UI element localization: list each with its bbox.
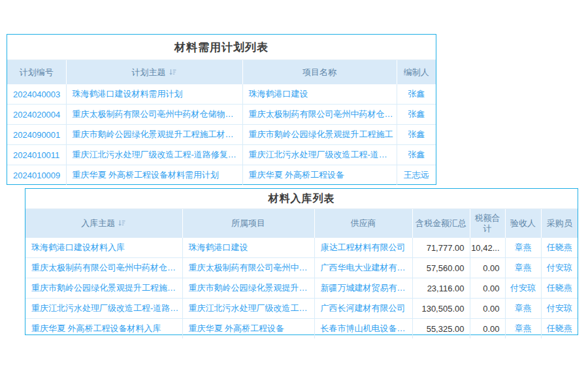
inbound-col-supplier-label: 供应商 bbox=[351, 218, 376, 228]
sort-icon[interactable] bbox=[118, 219, 126, 227]
inbound-col-supplier: 供应商 bbox=[314, 209, 412, 238]
inbound-col-project-label: 所属项目 bbox=[231, 218, 265, 228]
plan-author-link[interactable]: 张鑫 bbox=[397, 145, 436, 165]
inbound-supplier-link[interactable]: 新疆万城建材贸易有限公司 bbox=[314, 278, 412, 299]
table-row: 重庆市鹅岭公园绿化景观提升工程施工材料入库 重庆市鹅岭公园绿化景观提升工程施工 … bbox=[25, 278, 578, 299]
table-row: 珠海鹤港口建设材料入库 珠海鹤港口建设 康达工程材料有限公司 71,777.00… bbox=[25, 238, 578, 258]
inbound-project-link[interactable]: 重庆市鹅岭公园绿化景观提升工程施工 bbox=[182, 278, 314, 299]
inbound-inspector-link[interactable]: 付安琼 bbox=[505, 278, 541, 299]
inbound-purchaser-link[interactable]: 任晓燕 bbox=[541, 238, 578, 258]
inbound-subject-link[interactable]: 重庆江北污水处理厂级改造工程-道路修复工程... bbox=[25, 299, 182, 319]
inbound-subject-link[interactable]: 重庆太极制药有限公司亳州中药材仓储物流基... bbox=[25, 258, 182, 278]
plan-subject-link[interactable]: 珠海鹤港口建设材料需用计划 bbox=[66, 84, 242, 105]
inbound-purchaser-link[interactable]: 付安琼 bbox=[541, 258, 578, 278]
table-row: 重庆太极制药有限公司亳州中药材仓储物流基... 重庆太极制药有限公司亳州中药材仓… bbox=[25, 258, 578, 278]
inbound-project-link[interactable]: 重庆江北污水处理厂级改造工程-道路... bbox=[182, 299, 314, 319]
plan-col-project-label: 项目名称 bbox=[302, 67, 336, 77]
inbound-amount-value: 57,560.00 bbox=[412, 258, 470, 278]
inbound-col-purchaser-label: 采购员 bbox=[547, 218, 572, 228]
inbound-inspector-link[interactable]: 章燕 bbox=[505, 299, 541, 319]
inbound-col-amount: 含税金额汇总 bbox=[412, 209, 470, 238]
inbound-purchaser-link[interactable]: 任晓燕 bbox=[541, 278, 578, 299]
inbound-supplier-link[interactable]: 广西长河建材有限公司 bbox=[314, 299, 412, 319]
inbound-amount-value: 23,116.00 bbox=[412, 278, 470, 299]
inbound-purchaser-link[interactable]: 付安琼 bbox=[541, 299, 578, 319]
inbound-tax-value: 0.00 bbox=[470, 258, 505, 278]
plan-col-subject[interactable]: 计划主题 bbox=[66, 60, 242, 84]
inbound-col-inspector: 验收人 bbox=[505, 209, 541, 238]
inbound-supplier-link[interactable]: 广西华电大业建材有限公司 bbox=[314, 258, 412, 278]
inbound-col-purchaser: 采购员 bbox=[541, 209, 578, 238]
inbound-amount-value: 71,777.00 bbox=[412, 238, 470, 258]
plan-author-link[interactable]: 张鑫 bbox=[397, 84, 436, 105]
plan-table-title: 材料需用计划列表 bbox=[7, 35, 436, 60]
inbound-table-title: 材料入库列表 bbox=[25, 189, 578, 209]
material-inbound-table: 材料入库列表 入库主题 所属项目 供应商 含税金额汇总 税额合计 验收人 采购员… bbox=[25, 188, 578, 335]
inbound-tax-value: 0.00 bbox=[470, 278, 505, 299]
plan-no-link[interactable]: 2024010011 bbox=[7, 145, 66, 165]
plan-author-link[interactable]: 张鑫 bbox=[397, 125, 436, 145]
table-row: 重庆江北污水处理厂级改造工程-道路修复工程... 重庆江北污水处理厂级改造工程-… bbox=[25, 299, 578, 319]
inbound-inspector-link[interactable]: 章燕 bbox=[505, 319, 541, 339]
inbound-col-subject[interactable]: 入库主题 bbox=[25, 209, 182, 238]
plan-project-link[interactable]: 重庆华夏 外高桥工程设备 bbox=[242, 165, 397, 186]
plan-table-header-row: 计划编号 计划主题 项目名称 编制人 bbox=[7, 60, 436, 84]
plan-col-subject-label: 计划主题 bbox=[132, 67, 166, 77]
plan-project-link[interactable]: 重庆市鹅岭公园绿化景观提升工程施工 bbox=[242, 125, 397, 145]
inbound-subject-link[interactable]: 珠海鹤港口建设材料入库 bbox=[25, 238, 182, 258]
table-row: 2024040003 珠海鹤港口建设材料需用计划 珠海鹤港口建设 张鑫 bbox=[7, 84, 436, 105]
inbound-amount-value: 55,325.00 bbox=[412, 319, 470, 339]
plan-subject-link[interactable]: 重庆江北污水处理厂级改造工程-道路修复工程主要材料 bbox=[66, 145, 242, 165]
inbound-supplier-link[interactable]: 康达工程材料有限公司 bbox=[314, 238, 412, 258]
plan-no-link[interactable]: 2024020004 bbox=[7, 105, 66, 125]
inbound-inspector-link[interactable]: 章燕 bbox=[505, 258, 541, 278]
plan-col-plan-no: 计划编号 bbox=[7, 60, 66, 84]
inbound-subject-link[interactable]: 重庆市鹅岭公园绿化景观提升工程施工材料入库 bbox=[25, 278, 182, 299]
inbound-subject-link[interactable]: 重庆华夏 外高桥工程设备材料入库 bbox=[25, 319, 182, 339]
plan-subject-link[interactable]: 重庆华夏 外高桥工程设备材料需用计划 bbox=[66, 165, 242, 186]
plan-author-link[interactable]: 王志远 bbox=[397, 165, 436, 186]
table-row: 2024010011 重庆江北污水处理厂级改造工程-道路修复工程主要材料 重庆江… bbox=[7, 145, 436, 165]
inbound-project-link[interactable]: 重庆华夏 外高桥工程设备 bbox=[182, 319, 314, 339]
inbound-table: 入库主题 所属项目 供应商 含税金额汇总 税额合计 验收人 采购员 珠海鹤港口建… bbox=[25, 209, 578, 338]
plan-subject-link[interactable]: 重庆太极制药有限公司亳州中药材仓储物流基地项目... bbox=[66, 105, 242, 125]
inbound-col-tax-label: 税额合计 bbox=[475, 213, 500, 233]
plan-no-link[interactable]: 2024040003 bbox=[7, 84, 66, 105]
plan-col-plan-no-label: 计划编号 bbox=[20, 67, 54, 77]
plan-col-author-label: 编制人 bbox=[404, 67, 429, 77]
inbound-supplier-link[interactable]: 长春市博山机电设备有限公司 bbox=[314, 319, 412, 339]
plan-col-author: 编制人 bbox=[397, 60, 436, 84]
table-row: 2024090001 重庆市鹅岭公园绿化景观提升工程施工材料需用计划 重庆市鹅岭… bbox=[7, 125, 436, 145]
plan-project-link[interactable]: 珠海鹤港口建设 bbox=[242, 84, 397, 105]
table-row: 2024010009 重庆华夏 外高桥工程设备材料需用计划 重庆华夏 外高桥工程… bbox=[7, 165, 436, 186]
inbound-col-inspector-label: 验收人 bbox=[510, 218, 536, 228]
plan-subject-link[interactable]: 重庆市鹅岭公园绿化景观提升工程施工材料需用计划 bbox=[66, 125, 242, 145]
inbound-project-link[interactable]: 重庆太极制药有限公司亳州中药材仓... bbox=[182, 258, 314, 278]
table-row: 重庆华夏 外高桥工程设备材料入库 重庆华夏 外高桥工程设备 长春市博山机电设备有… bbox=[25, 319, 578, 339]
material-plan-table: 材料需用计划列表 计划编号 计划主题 项目名称 编制人 2024040003 珠… bbox=[7, 34, 436, 185]
table-row: 2024020004 重庆太极制药有限公司亳州中药材仓储物流基地项目... 重庆… bbox=[7, 105, 436, 125]
inbound-tax-value: 0.00 bbox=[470, 299, 505, 319]
inbound-col-amount-label: 含税金额汇总 bbox=[416, 218, 466, 228]
inbound-table-header-row: 入库主题 所属项目 供应商 含税金额汇总 税额合计 验收人 采购员 bbox=[25, 209, 578, 238]
plan-project-link[interactable]: 重庆江北污水处理厂级改造工程-道路修复工程 bbox=[242, 145, 397, 165]
plan-project-link[interactable]: 重庆太极制药有限公司亳州中药材仓储物流... bbox=[242, 105, 397, 125]
inbound-amount-value: 130,505.00 bbox=[412, 299, 470, 319]
sort-icon[interactable] bbox=[169, 68, 177, 76]
inbound-tax-value: 0.00 bbox=[470, 319, 505, 339]
inbound-col-project: 所属项目 bbox=[182, 209, 314, 238]
plan-no-link[interactable]: 2024090001 bbox=[7, 125, 66, 145]
plan-table: 计划编号 计划主题 项目名称 编制人 2024040003 珠海鹤港口建设材料需… bbox=[7, 60, 436, 185]
plan-no-link[interactable]: 2024010009 bbox=[7, 165, 66, 186]
inbound-col-subject-label: 入库主题 bbox=[81, 218, 115, 228]
plan-col-project: 项目名称 bbox=[242, 60, 397, 84]
plan-author-link[interactable]: 张鑫 bbox=[397, 105, 436, 125]
inbound-project-link[interactable]: 珠海鹤港口建设 bbox=[182, 238, 314, 258]
inbound-tax-value: 10,42... bbox=[470, 238, 505, 258]
inbound-inspector-link[interactable]: 章燕 bbox=[505, 238, 541, 258]
inbound-purchaser-link[interactable]: 任晓燕 bbox=[541, 319, 578, 339]
inbound-col-tax: 税额合计 bbox=[470, 209, 505, 238]
